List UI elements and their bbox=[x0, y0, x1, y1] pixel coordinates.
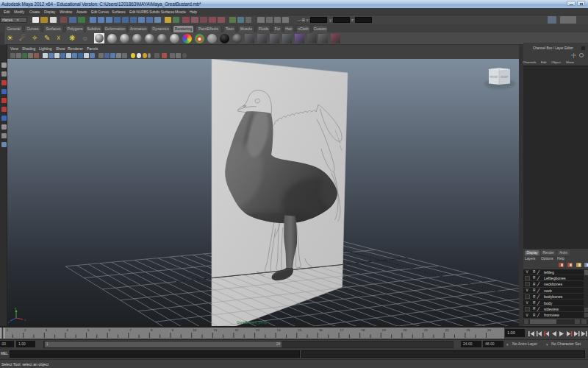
svg-text:20: 20 bbox=[404, 328, 407, 332]
svg-text:z: z bbox=[8, 320, 10, 324]
svg-text:12: 12 bbox=[234, 328, 238, 332]
svg-text:10: 10 bbox=[193, 328, 196, 332]
svg-text:18: 18 bbox=[361, 328, 365, 332]
svg-text:24: 24 bbox=[487, 328, 491, 332]
svg-text:13: 13 bbox=[256, 328, 259, 332]
svg-text:GreatBustard_persp: GreatBustard_persp bbox=[237, 321, 268, 325]
svg-text:FRONT: FRONT bbox=[490, 76, 498, 79]
svg-text:RIGHT: RIGHT bbox=[501, 76, 509, 79]
svg-text:17: 17 bbox=[340, 328, 344, 332]
svg-text:14: 14 bbox=[277, 328, 281, 332]
svg-text:y: y bbox=[15, 306, 16, 310]
svg-text:23: 23 bbox=[466, 328, 470, 332]
svg-text:11: 11 bbox=[214, 328, 218, 332]
svg-text:22: 22 bbox=[445, 328, 449, 332]
svg-text:19: 19 bbox=[382, 328, 386, 332]
svg-text:x: x bbox=[24, 318, 26, 322]
svg-text:21: 21 bbox=[424, 328, 428, 332]
svg-text:15: 15 bbox=[298, 328, 301, 332]
svg-text:16: 16 bbox=[319, 328, 323, 332]
